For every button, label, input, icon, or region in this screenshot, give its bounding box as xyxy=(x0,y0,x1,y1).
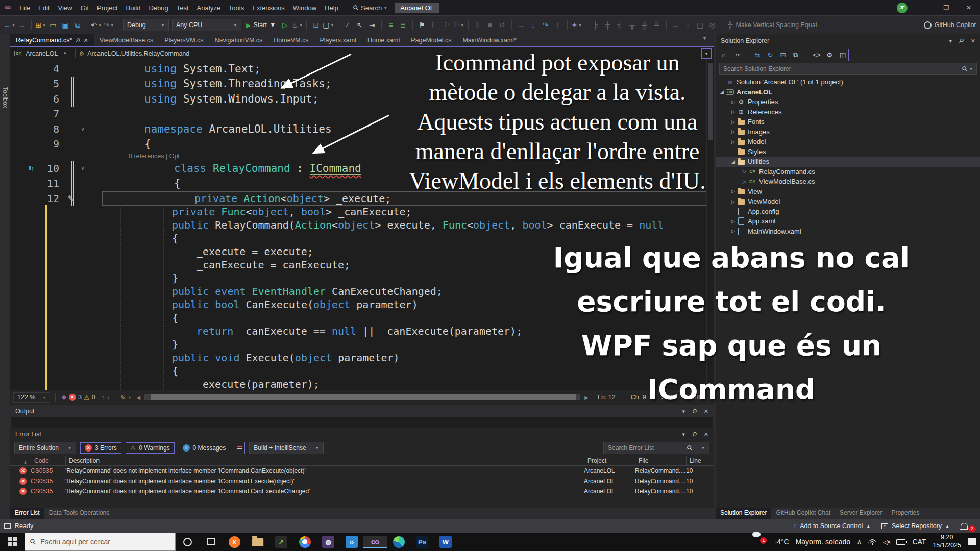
photoshop-icon[interactable]: Ps xyxy=(410,536,434,548)
warning-count-icon[interactable]: ⚠ xyxy=(84,394,90,402)
task-view-icon[interactable] xyxy=(199,538,223,545)
minimize-button[interactable]: — xyxy=(913,0,935,15)
wifi-icon[interactable] xyxy=(868,539,876,545)
make-vertical-spacing-equal-button[interactable]: ╬Make Vertical Spacing Equal xyxy=(725,21,820,29)
format-document-icon[interactable]: ⇥ xyxy=(366,19,378,31)
debug-config-select[interactable]: Debug▼ xyxy=(123,19,169,31)
greenshot-icon[interactable]: ↗ xyxy=(270,536,293,548)
sort-lines-icon[interactable]: ≡ xyxy=(385,19,397,31)
visual-studio-icon[interactable]: ∞ xyxy=(363,536,387,548)
breadcrumb-project[interactable]: ArcaneLOL xyxy=(26,50,58,57)
filter-toggle-button[interactable] xyxy=(234,442,245,454)
tree-item-viewmodelbase-cs[interactable]: ▷C#ViewModelBase.cs xyxy=(716,177,980,187)
weather-temp[interactable]: -4°C xyxy=(774,538,789,546)
prev-bookmark-icon[interactable]: ⚐ xyxy=(428,19,440,31)
size-to-fit-icon[interactable]: ◰ xyxy=(694,19,706,31)
github-copilot-button[interactable]: GitHub Copilot xyxy=(924,18,976,32)
weather-desc[interactable]: Mayorm. soleado xyxy=(796,538,850,546)
restore-panel-icon[interactable] xyxy=(4,523,11,529)
align-middles-icon[interactable]: ╫ xyxy=(639,19,651,31)
tab-playersvm-cs[interactable]: PlayersVM.cs xyxy=(159,34,209,47)
menu-item-test[interactable]: Test xyxy=(173,2,193,14)
prev-issue-icon[interactable]: ↑ xyxy=(102,394,105,401)
menu-item-help[interactable]: Help xyxy=(321,2,342,14)
same-width-icon[interactable]: ↔ xyxy=(670,19,682,31)
panel-tab-properties[interactable]: Properties xyxy=(887,508,924,519)
save-all-icon[interactable]: ⧉ xyxy=(71,19,84,31)
scope-select[interactable]: Entire Solution ▼ xyxy=(14,442,76,454)
view-code-icon[interactable]: <> xyxy=(811,49,822,61)
tree-item-utilities[interactable]: ◢Utilities xyxy=(716,157,980,167)
menu-item-project[interactable]: Project xyxy=(93,2,121,14)
expand-arrow-icon[interactable]: ▷ xyxy=(729,229,737,234)
open-file-icon[interactable]: ▭ xyxy=(47,19,59,31)
messages-filter-button[interactable]: i 0 Messages xyxy=(179,442,230,454)
preview-selected-items-icon[interactable]: ◫ xyxy=(837,49,849,61)
solution-search-input[interactable]: Search Solution Explorer ⚲ ▼ xyxy=(719,63,977,75)
error-count-icon[interactable]: ✕ xyxy=(69,394,76,401)
preview-window-icon[interactable]: ▢▼ xyxy=(322,19,334,31)
warnings-filter-button[interactable]: ⚠ 0 Warnings xyxy=(126,442,175,454)
chevron-down-icon[interactable]: ▼ xyxy=(63,51,67,56)
tree-item-model[interactable]: ▷Model xyxy=(716,137,980,147)
platform-select[interactable]: Any CPU▼ xyxy=(172,19,241,31)
project-column-header[interactable]: Project xyxy=(584,456,635,465)
file-explorer-icon[interactable] xyxy=(246,539,270,545)
menu-item-window[interactable]: Window xyxy=(289,2,321,14)
align-rights-icon[interactable]: ╡ xyxy=(614,19,626,31)
action-center-icon[interactable] xyxy=(968,538,976,545)
document-health-icon[interactable]: ❖ xyxy=(61,394,67,402)
tab-navigationvm-cs[interactable]: NavigationVM.cs xyxy=(209,34,268,47)
fold-arrow-icon[interactable]: ∨ xyxy=(81,165,85,171)
tab-players-xaml[interactable]: Players.xaml xyxy=(314,34,362,47)
tab-mainwindow-xaml-[interactable]: MainWindow.xaml* xyxy=(457,34,522,47)
error-row[interactable]: ✕CS0535'RelayCommand' does not implement… xyxy=(10,486,714,496)
redo-icon[interactable]: ↷▼ xyxy=(103,19,115,31)
spell-check-icon[interactable]: ✓ xyxy=(341,19,354,31)
github-desktop-icon[interactable]: ◍ xyxy=(316,536,340,548)
weather-icon[interactable]: 1 xyxy=(754,536,768,548)
pause-icon[interactable]: ‖ xyxy=(472,19,484,31)
pin-icon[interactable]: ⚲ xyxy=(74,37,82,44)
menu-item-git[interactable]: Git xyxy=(76,2,93,14)
build-intellisense-select[interactable]: Build + IntelliSense ▼ xyxy=(249,442,323,454)
error-row[interactable]: ✕CS0535'RelayCommand' does not implement… xyxy=(10,476,714,486)
tree-item-mainwindow-xaml[interactable]: ▷MainWindow.xaml xyxy=(716,227,980,237)
toolbox-tab[interactable]: Toolbox xyxy=(2,74,9,120)
tree-item-solution-arcanelol-1-of-1-project-[interactable]: ⧈Solution 'ArcaneLOL' (1 of 1 project) xyxy=(716,77,980,87)
battery-icon[interactable] xyxy=(896,539,905,545)
breadcrumb-member[interactable]: ArcaneLOL.Utilities.RelayCommand xyxy=(87,50,189,57)
line-column-header[interactable]: Line xyxy=(686,456,714,465)
zoom-select[interactable]: 122 % ▼ xyxy=(13,392,50,403)
hot-reload-icon[interactable]: ♨▼ xyxy=(291,19,303,31)
undo-icon[interactable]: ↶▼ xyxy=(90,19,103,31)
close-icon[interactable]: ✕ xyxy=(84,37,88,44)
tree-item-arcanelol[interactable]: ◢C#ArcaneLOL xyxy=(716,87,980,97)
edge-icon[interactable] xyxy=(387,536,410,548)
properties-icon[interactable]: ⚙ xyxy=(824,49,835,61)
menu-item-file[interactable]: File xyxy=(15,2,34,14)
step-out-icon[interactable]: ↑ xyxy=(552,19,564,31)
tree-item-fonts[interactable]: ▷Fonts xyxy=(716,117,980,127)
tree-item-images[interactable]: ▷Images xyxy=(716,127,980,137)
menu-item-debug[interactable]: Debug xyxy=(144,2,172,14)
align-centers-icon[interactable]: ╪ xyxy=(602,19,614,31)
align-tops-icon[interactable]: ╥ xyxy=(626,19,639,31)
next-issue-icon[interactable]: ↓ xyxy=(107,394,110,401)
tree-item-app-xaml[interactable]: ▷App.xaml xyxy=(716,216,980,227)
maximize-button[interactable]: ❐ xyxy=(935,0,958,15)
fold-arrow-icon[interactable]: ∨ xyxy=(81,126,85,132)
pin-icon[interactable]: ⚲ xyxy=(957,37,965,45)
tree-item-references[interactable]: ▷⊞References xyxy=(716,107,980,117)
editor-horizontal-scrollbar[interactable] xyxy=(144,394,580,400)
error-row[interactable]: ✕CS0535'RelayCommand' does not implement… xyxy=(10,466,714,476)
error-search-input[interactable]: Search Error List ⚲ ▼ xyxy=(603,442,709,454)
scrollbar-thumb[interactable] xyxy=(151,394,576,400)
stop-icon[interactable]: ■ xyxy=(484,19,496,31)
expand-arrow-icon[interactable]: ▷ xyxy=(729,219,737,224)
xampp-icon[interactable]: X xyxy=(223,536,246,548)
start-button[interactable] xyxy=(0,533,24,551)
chevron-down-icon[interactable]: ▾ xyxy=(682,431,685,438)
errors-filter-button[interactable]: ✕ 3 Errors xyxy=(80,442,121,454)
notifications-button[interactable]: 2 xyxy=(961,520,976,532)
